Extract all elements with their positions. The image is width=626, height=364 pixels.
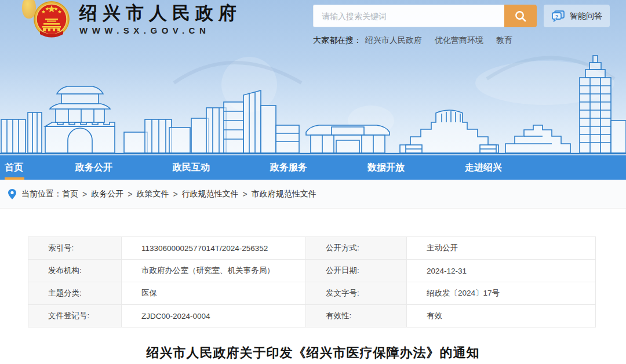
hot-search-row: 大家都在搜： 绍兴市人民政府 优化营商环境 教育 (313, 35, 525, 46)
smart-qa-label: 智能问答 (570, 11, 602, 21)
document-info-table: 索引号: 11330600002577014T/2024-256352 公开方式… (28, 236, 596, 327)
site-url: WWW.SX.GOV.CN (79, 26, 242, 35)
site-banner: 绍兴市人民政府 WWW.SX.GOV.CN ? 智能问答 大家都在搜： 绍兴市人… (0, 0, 626, 155)
nav-item-services[interactable]: 政务服务 (270, 155, 307, 180)
field-value-validity: 有效 (407, 305, 596, 327)
city-skyline-illustration (0, 51, 626, 155)
field-value-doc-number: 绍政发〔2024〕17号 (407, 282, 596, 305)
field-label-index-no: 索引号: (28, 237, 122, 260)
breadcrumb-item-admin-normative[interactable]: 行政规范性文件 (182, 189, 239, 199)
table-row: 文件登记号: ZJDC00-2024-0004 有效性: 有效 (28, 305, 596, 327)
field-label-open-date: 公开日期: (306, 260, 407, 282)
location-pin-icon (8, 188, 17, 200)
table-row: 发布机构: 市政府办公室（研究室、机关事务局） 公开日期: 2024-12-31 (28, 260, 596, 282)
site-logo-block[interactable]: 绍兴市人民政府 WWW.SX.GOV.CN (33, 1, 242, 38)
search-button[interactable] (504, 5, 537, 27)
hot-search-link-1[interactable]: 绍兴市人民政府 (365, 35, 422, 46)
breadcrumb: 当前位置： 首页 > 政务公开 > 政策文件 > 行政规范性文件 > 市政府规范… (0, 180, 626, 209)
document-page: 索引号: 11330600002577014T/2024-256352 公开方式… (0, 209, 626, 362)
breadcrumb-item-home[interactable]: 首页 (62, 189, 78, 199)
breadcrumb-label: 当前位置： (21, 189, 62, 199)
site-title: 绍兴市人民政府 (79, 3, 242, 24)
field-label-issuing-agency: 发布机构: (28, 260, 122, 282)
field-label-topic-category: 主题分类: (28, 282, 122, 305)
field-value-registration-no: ZJDC00-2024-0004 (122, 305, 306, 327)
search-bar (313, 5, 537, 27)
national-emblem-logo (33, 1, 70, 38)
nav-item-home[interactable]: 首页 (5, 155, 23, 180)
field-value-open-method: 主动公开 (407, 237, 596, 260)
chat-question-icon: ? (551, 10, 565, 23)
field-value-issuing-agency: 市政府办公室（研究室、机关事务局） (122, 260, 306, 282)
field-label-open-method: 公开方式: (306, 237, 407, 260)
breadcrumb-item-policy-docs[interactable]: 政策文件 (136, 189, 169, 199)
hot-search-label: 大家都在搜： (313, 35, 362, 46)
nav-item-about-shaoxing[interactable]: 走进绍兴 (465, 155, 502, 180)
search-input[interactable] (313, 5, 504, 27)
search-icon (514, 10, 527, 23)
breadcrumb-item-city-normative[interactable]: 市政府规范性文件 (252, 189, 316, 199)
field-label-validity: 有效性: (306, 305, 407, 327)
field-label-registration-no: 文件登记号: (28, 305, 122, 327)
document-title: 绍兴市人民政府关于印发《绍兴市医疗保障办法》的通知 (0, 344, 626, 362)
breadcrumb-item-gov-affairs[interactable]: 政务公开 (91, 189, 123, 199)
field-value-topic-category: 医保 (122, 282, 306, 305)
field-value-index-no: 11330600002577014T/2024-256352 (122, 237, 306, 260)
field-value-open-date: 2024-12-31 (407, 260, 596, 282)
main-nav: 首页 政务公开 政民互动 政务服务 数据开放 走进绍兴 (0, 155, 626, 180)
table-row: 索引号: 11330600002577014T/2024-256352 公开方式… (28, 237, 596, 260)
hot-search-link-3[interactable]: 教育 (496, 35, 512, 46)
nav-item-open-data[interactable]: 数据开放 (367, 155, 405, 180)
nav-item-interaction[interactable]: 政民互动 (173, 155, 210, 180)
hot-search-link-2[interactable]: 优化营商环境 (435, 35, 483, 46)
nav-item-gov-affairs[interactable]: 政务公开 (75, 155, 112, 180)
field-label-doc-number: 发文字号: (306, 282, 407, 305)
svg-text:?: ? (555, 13, 559, 19)
table-row: 主题分类: 医保 发文字号: 绍政发〔2024〕17号 (28, 282, 596, 305)
smart-qa-button[interactable]: ? 智能问答 (544, 5, 610, 27)
